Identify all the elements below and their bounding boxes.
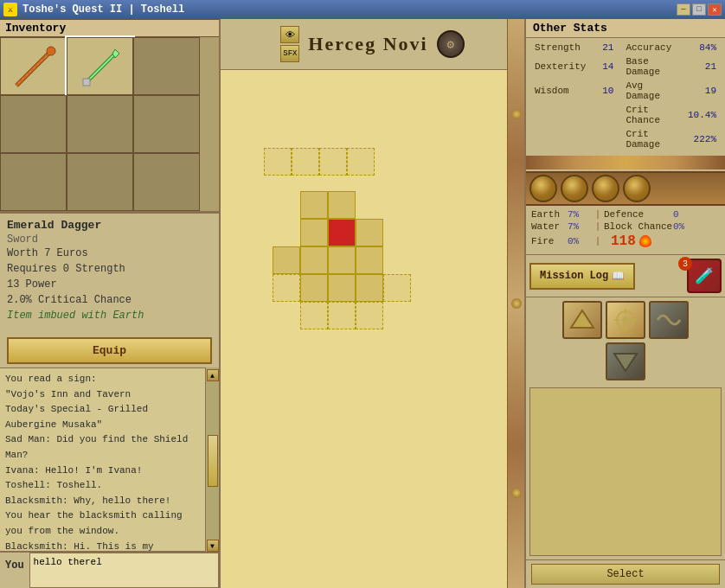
coin-icon-3 [592,175,619,202]
stat-val-wisdom: 10 [589,80,615,102]
skill-button-target[interactable] [606,301,645,339]
skill-button-move-up[interactable] [562,301,602,339]
scroll-up-button[interactable]: ▲ [207,369,219,381]
inventory-slot-8[interactable] [133,153,200,211]
item-crit: 2.0% Critical Chance [7,292,212,308]
map-tile-cluster [273,191,411,329]
coin-icon-2 [561,175,588,202]
stat-label-accuracy: Accuracy [617,42,684,54]
coin-icon-4 [623,175,651,202]
map-controls-left: 👁 SFX [280,26,299,62]
skills-row-2 [606,342,645,380]
fire-label: Fire [531,236,568,246]
window-controls: ─ □ ✕ [677,3,722,16]
chat-input-area: You hello therel [0,552,219,588]
select-button[interactable]: Select [531,564,720,585]
stat-label-base-damage: Base Damage [617,55,684,78]
chat-input-label: You [0,553,29,588]
inventory-slot-2[interactable] [133,37,200,95]
stat-label-dexterity: Dexterity [533,55,587,78]
fire-pct: 0% [568,236,592,246]
item-requires: Requires 0 Strength [7,261,212,277]
chat-messages: You read a sign: "Vojo's Inn and Tavern … [0,368,205,552]
stat-val-dexterity: 14 [589,55,615,78]
scroll-down-button[interactable]: ▼ [207,540,219,552]
chat-input[interactable]: hello therel [29,553,219,588]
maximize-button[interactable]: □ [692,3,706,16]
divider-1: | [592,209,604,220]
chat-line: Blacksmith: Hi. This is my workshop. Not… [5,540,200,552]
block-chance-label: Block Chance [604,221,673,232]
skills-row-1 [562,301,689,339]
mission-log-button[interactable]: Mission Log 📖 [529,263,635,290]
stat-val-strength: 21 [589,42,615,54]
scroll-ornament-2 [511,298,522,309]
inventory-slot-1[interactable] [67,37,133,95]
item-info: Emerald Dagger Sword Worth 7 Euros Requi… [0,213,219,334]
move-down-icon [613,348,638,374]
defence-label: Defence [604,209,673,220]
main-content: Inventory [0,19,725,588]
chat-scrollbar[interactable]: ▲ ▼ [205,368,219,552]
hp-value: 118 [611,233,636,249]
fire-row: Fire 0% | 118 [531,233,720,249]
stat-label-wisdom: Wisdom [533,80,587,102]
item-name: Emerald Dagger [7,219,212,232]
map-toggle-button[interactable]: 👁 [280,26,299,43]
item-enchant: Item imbued with Earth [7,308,212,323]
water-label: Water [531,221,568,232]
mission-badge: 3 [678,257,692,271]
map-town-icon: ⚙ [437,30,465,58]
chat-line: You read a sign: [5,372,200,387]
chat-line: Today's Special - Grilled Aubergine Musa… [5,402,200,432]
skill-button-move-down[interactable] [606,342,645,380]
item-worth: Worth 7 Euros [7,246,212,261]
app-icon: ⚔ [3,3,17,16]
earth-pct: 7% [568,209,592,220]
deco-bar-1 [526,156,725,169]
earth-row: Earth 7% | Defence 0 [531,209,720,220]
right-panel: Other Stats Strength 21 Accuracy 84% Dex… [526,19,725,588]
stat-val-avg-damage: 19 [686,80,718,102]
scroll-ornament-3 [511,488,522,498]
skills-area [526,297,725,384]
window-title: Toshe's Quest II | Toshell [22,3,671,16]
divider-3: | [592,236,604,246]
stat-label-crit-damage: Crit Damage [617,128,684,150]
inventory-slot-0[interactable] [0,37,67,95]
svg-point-2 [47,47,55,55]
svg-marker-15 [614,354,637,371]
scroll-thumb[interactable] [208,435,218,487]
potion-button[interactable]: 🧪 [687,259,722,293]
svg-marker-8 [571,310,593,328]
inventory-slot-6[interactable] [0,153,67,211]
map-area[interactable]: ▲ ▼ [221,70,524,588]
chat-area: You read a sign: "Vojo's Inn and Tavern … [0,368,219,552]
inventory-slot-7[interactable] [67,153,133,211]
center-panel: 👁 SFX Herceg Novi ⚙ [221,19,526,588]
stat-label-avg-damage: Avg Damage [617,80,684,102]
stat-val-accuracy: 84% [686,42,718,54]
divider-2: | [592,221,604,232]
skill-button-wave[interactable] [649,301,689,339]
map-header: 👁 SFX Herceg Novi ⚙ [221,19,524,70]
inventory-grid [0,37,219,213]
inventory-slot-5[interactable] [133,95,200,153]
equip-button[interactable]: Equip [7,337,212,364]
minimize-button[interactable]: ─ [677,3,690,16]
target-icon [613,307,638,333]
chat-line: You hear the blacksmith calling you from… [5,508,200,539]
close-button[interactable]: ✕ [708,3,722,16]
inventory-slot-4[interactable] [67,95,133,153]
chat-line: Toshell: Toshell. [5,478,200,494]
earth-label: Earth [531,209,568,220]
inventory-slot-3[interactable] [0,95,67,153]
element-stats: Earth 7% | Defence 0 Water 7% | Block Ch… [526,206,725,254]
stat-val-crit-chance: 10.4% [686,104,718,126]
action-area: Mission Log 📖 3 🧪 [526,254,725,297]
stat-label-crit-chance: Crit Chance [617,104,684,126]
stat-val-crit-damage: 222% [686,128,718,150]
map-sfx-button[interactable]: SFX [280,45,299,62]
deco-coins-row [526,171,725,206]
text-box-area[interactable] [529,387,722,556]
